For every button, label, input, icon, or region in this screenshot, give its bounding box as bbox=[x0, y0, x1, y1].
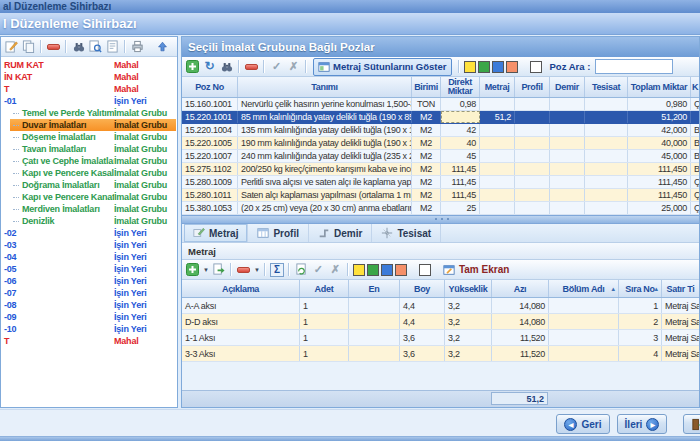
poz-table-row[interactable]: 15.220.1005 190 mm kalınlığında yatay de… bbox=[182, 137, 699, 150]
tree-item[interactable]: T Mahal bbox=[1, 83, 177, 95]
col-tanim[interactable]: Tanımı bbox=[238, 77, 412, 97]
tree-item[interactable]: Denizlik İmalat Grubu bbox=[1, 215, 177, 227]
col-k[interactable]: K bbox=[691, 77, 699, 97]
confirm-icon[interactable]: ✓ bbox=[269, 59, 284, 74]
col-demir[interactable]: Demir bbox=[550, 77, 585, 97]
color-swatch-blue[interactable] bbox=[492, 61, 504, 73]
tree-item[interactable]: Duvar İmalatları İmalat Grubu bbox=[1, 119, 177, 131]
tree-item[interactable]: Çatı ve Cephe İmalatları İmalat Grubu bbox=[1, 155, 177, 167]
remove-poz-icon[interactable] bbox=[244, 59, 259, 74]
col-tesisat[interactable]: Tesisat bbox=[585, 77, 628, 97]
sum-sigma-icon[interactable]: Σ bbox=[270, 263, 284, 277]
col-toplam-miktar[interactable]: Toplam Miktar bbox=[628, 77, 691, 97]
tree-item[interactable]: T Mahal bbox=[1, 335, 177, 347]
col-azi[interactable]: Azı bbox=[492, 280, 549, 297]
remove-dropdown-icon[interactable]: ▼ bbox=[254, 267, 260, 273]
tree-item[interactable]: İN KAT Mahal bbox=[1, 71, 177, 83]
tree-item[interactable]: -06 İşin Yeri bbox=[1, 275, 177, 287]
color-swatch-white[interactable] bbox=[530, 61, 542, 73]
import-rows-icon[interactable] bbox=[211, 262, 226, 277]
tam-ekran-button[interactable]: Tam Ekran bbox=[443, 264, 509, 276]
tree-item[interactable]: -08 İşin Yeri bbox=[1, 299, 177, 311]
recalc-icon[interactable] bbox=[294, 262, 309, 277]
poz-table-row[interactable]: 15.220.1007 240 mm kalınlığında yatay de… bbox=[182, 150, 699, 163]
poz-table-row[interactable]: 15.220.1004 135 mm kalınlığında yatay de… bbox=[182, 124, 699, 137]
find-icon[interactable] bbox=[71, 39, 86, 54]
metraj-table-row[interactable]: A-A aksı 1 4,4 3,2 14,080 1 Metraj Sa bbox=[182, 298, 699, 314]
tab-tesisat[interactable]: Tesisat bbox=[372, 224, 441, 242]
metraj-table-row[interactable]: 1-1 Aksı 1 3,6 3,2 11,520 3 Metraj Sa bbox=[182, 330, 699, 346]
col-en[interactable]: En bbox=[349, 280, 400, 297]
show-metraj-columns-button[interactable]: Metraj Sütunlarını Göster bbox=[313, 58, 452, 76]
color-swatch-yellow[interactable] bbox=[353, 264, 365, 276]
color-swatch-green[interactable] bbox=[478, 61, 490, 73]
poz-search-input[interactable] bbox=[595, 59, 673, 74]
color-swatch-white[interactable] bbox=[419, 264, 431, 276]
tree-item[interactable]: RUM KAT Mahal bbox=[1, 59, 177, 71]
poz-table-row[interactable]: 15.160.1001 Nervürlü çelik hasırın yerin… bbox=[182, 98, 699, 111]
poz-table-row[interactable]: 15.275.1102 200/250 kg kireç/çimento kar… bbox=[182, 163, 699, 176]
tree-item[interactable]: -02 İşin Yeri bbox=[1, 227, 177, 239]
tree-item[interactable]: -09 İşin Yeri bbox=[1, 311, 177, 323]
poz-table-row[interactable]: 15.380.1053 (20 x 25 cm) veya (20 x 30 c… bbox=[182, 202, 699, 215]
col-profil[interactable]: Profil bbox=[515, 77, 550, 97]
cancel-metraj-icon[interactable]: ✗ bbox=[328, 262, 343, 277]
add-dropdown-icon[interactable]: ▼ bbox=[203, 267, 209, 273]
preview-icon[interactable] bbox=[88, 39, 103, 54]
print-icon[interactable] bbox=[130, 39, 145, 54]
confirm-metraj-icon[interactable]: ✓ bbox=[311, 262, 326, 277]
tree-item[interactable]: Kapı ve Pencere Kanatları İmalat Grubu bbox=[1, 191, 177, 203]
remove-icon[interactable] bbox=[46, 39, 61, 54]
tree-item[interactable]: Doğrama İmalatları İmalat Grubu bbox=[1, 179, 177, 191]
col-satir-tipi[interactable]: Satır Ti bbox=[662, 280, 699, 297]
metraj-table-row[interactable]: D-D aksı 1 4,4 3,2 14,080 2 Metraj Sa bbox=[182, 314, 699, 330]
tree-item[interactable]: -10 İşin Yeri bbox=[1, 323, 177, 335]
poz-table-row[interactable]: 15.220.1001 85 mm kalınlığında yatay del… bbox=[182, 111, 699, 124]
exit-button[interactable] bbox=[683, 414, 700, 434]
find-poz-icon[interactable] bbox=[219, 59, 234, 74]
col-boy[interactable]: Boy bbox=[400, 280, 445, 297]
tree-item[interactable]: -01 İşin Yeri bbox=[1, 95, 177, 107]
tab-profil[interactable]: Profil bbox=[248, 224, 309, 242]
document-icon[interactable] bbox=[105, 39, 120, 54]
col-aciklama[interactable]: Açıklama bbox=[182, 280, 300, 297]
cancel-icon[interactable]: ✗ bbox=[286, 59, 301, 74]
next-button[interactable]: İleri ▶ bbox=[617, 414, 667, 434]
add-poz-icon[interactable] bbox=[185, 59, 200, 74]
col-direkt-miktar[interactable]: Direkt Miktar bbox=[441, 77, 480, 97]
copy-icon[interactable] bbox=[21, 39, 36, 54]
tree-item[interactable]: Merdiven İmalatları İmalat Grubu bbox=[1, 203, 177, 215]
col-bolum-adi[interactable]: Bölüm Adı ▲ bbox=[549, 280, 619, 297]
tree-item[interactable]: -05 İşin Yeri bbox=[1, 263, 177, 275]
edit-icon[interactable] bbox=[4, 39, 19, 54]
horizontal-splitter[interactable] bbox=[182, 215, 699, 224]
tree-item[interactable]: -07 İşin Yeri bbox=[1, 287, 177, 299]
col-metraj[interactable]: Metraj bbox=[480, 77, 515, 97]
color-swatch-orange[interactable] bbox=[506, 61, 518, 73]
tree-item[interactable]: -03 İşin Yeri bbox=[1, 239, 177, 251]
color-swatch-blue[interactable] bbox=[381, 264, 393, 276]
tree-item[interactable]: Kapı ve Pencere Kasaları İmalat Grubu bbox=[1, 167, 177, 179]
poz-table-row[interactable]: 15.280.1011 Saten alçı kaplaması yapılma… bbox=[182, 189, 699, 202]
color-swatch-yellow[interactable] bbox=[464, 61, 476, 73]
window-titlebar[interactable]: al Düzenleme Sihirbazı bbox=[0, 0, 700, 13]
tree-item[interactable]: Temel ve Perde Yalıtımı İmalat Grubu bbox=[1, 107, 177, 119]
col-yukseklik[interactable]: Yükseklik bbox=[445, 280, 492, 297]
color-swatch-orange[interactable] bbox=[395, 264, 407, 276]
add-metraj-icon[interactable] bbox=[185, 262, 200, 277]
tree-item[interactable]: -04 İşin Yeri bbox=[1, 251, 177, 263]
col-poz-no[interactable]: Poz No bbox=[182, 77, 238, 97]
metraj-table-row[interactable]: 3-3 Aksı 1 3,6 3,2 11,520 4 Metraj Sa bbox=[182, 346, 699, 362]
col-sira-no[interactable]: Sıra No ▲ bbox=[619, 280, 662, 297]
tab-metraj[interactable]: Metraj bbox=[184, 224, 248, 242]
color-swatch-green[interactable] bbox=[367, 264, 379, 276]
back-button[interactable]: ◀ Geri bbox=[556, 414, 610, 434]
tree-item[interactable]: Tavan İmalatları İmalat Grubu bbox=[1, 143, 177, 155]
tab-demir[interactable]: Demir bbox=[309, 224, 372, 242]
poz-table-row[interactable]: 15.280.1009 Perlitli sıva alçısı ve sate… bbox=[182, 176, 699, 189]
col-adet[interactable]: Adet bbox=[300, 280, 349, 297]
move-up-icon[interactable] bbox=[155, 39, 170, 54]
remove-metraj-icon[interactable] bbox=[236, 262, 251, 277]
refresh-icon[interactable]: ↻ bbox=[202, 59, 217, 74]
col-birim[interactable]: Birimi bbox=[412, 77, 441, 97]
